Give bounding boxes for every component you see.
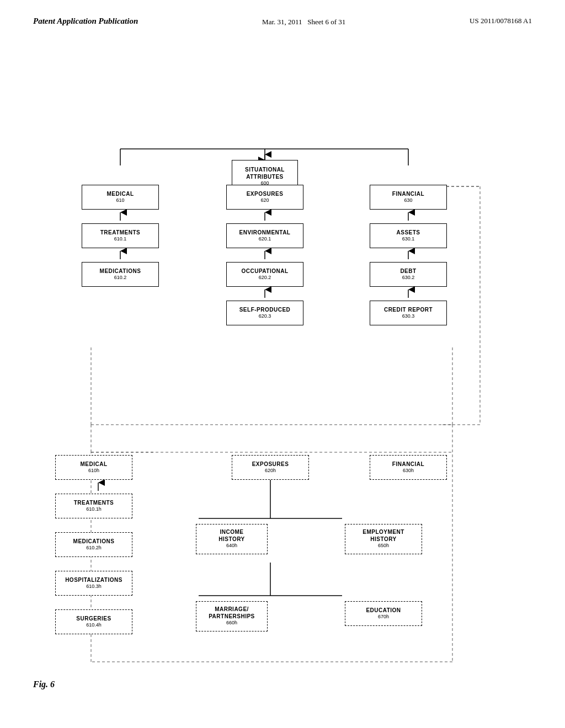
financial-node: FINANCIAL 630 — [370, 185, 447, 210]
exposures-node: EXPOSURES 620 — [226, 185, 303, 210]
page-header: Patent Application Publication Mar. 31, … — [0, 0, 565, 33]
medications-node: MEDICATIONS 610.2 — [82, 262, 159, 287]
assets-node: ASSETS 630.1 — [370, 223, 447, 248]
income-history-h-node: INCOMEHISTORY 640h — [196, 524, 268, 554]
diagram: SITUATIONALATTRIBUTES 600 MEDICAL 610 EX… — [0, 39, 565, 700]
debt-node: DEBT 630.2 — [370, 262, 447, 287]
financial-h-node: FINANCIAL 630h — [370, 455, 447, 480]
medical-h-node: MEDICAL 610h — [55, 455, 132, 480]
medical-node: MEDICAL 610 — [82, 185, 159, 210]
credit-report-node: CREDIT REPORT 630.3 — [370, 301, 447, 325]
medications-h-node: MEDICATIONS 610.2h — [55, 532, 132, 557]
marriage-partnerships-h-node: MARRIAGE/PARTNERSHIPS 660h — [196, 601, 268, 631]
figure-label: Fig. 6 — [33, 679, 55, 689]
environmental-node: ENVIRONMENTAL 620.1 — [226, 223, 303, 248]
education-h-node: EDUCATION 670h — [345, 601, 422, 626]
employment-history-h-node: EMPLOYMENTHISTORY 650h — [345, 524, 422, 554]
occupational-node: OCCUPATIONAL 620.2 — [226, 262, 303, 287]
publication-label: Patent Application Publication — [33, 17, 138, 26]
self-produced-node: SELF-PRODUCED 620.3 — [226, 301, 303, 325]
header-center: Mar. 31, 2011 Sheet 6 of 31 — [262, 17, 345, 28]
exposures-h-node: EXPOSURES 620h — [232, 455, 309, 480]
surgeries-h-node: SURGERIES 610.4h — [55, 609, 132, 634]
treatments-node: TREATMENTS 610.1 — [82, 223, 159, 248]
patent-number: US 2011/0078168 A1 — [470, 17, 532, 25]
treatments-h-node: TREATMENTS 610.1h — [55, 494, 132, 518]
hospitalizations-h-node: HOSPITALIZATIONS 610.3h — [55, 571, 132, 596]
